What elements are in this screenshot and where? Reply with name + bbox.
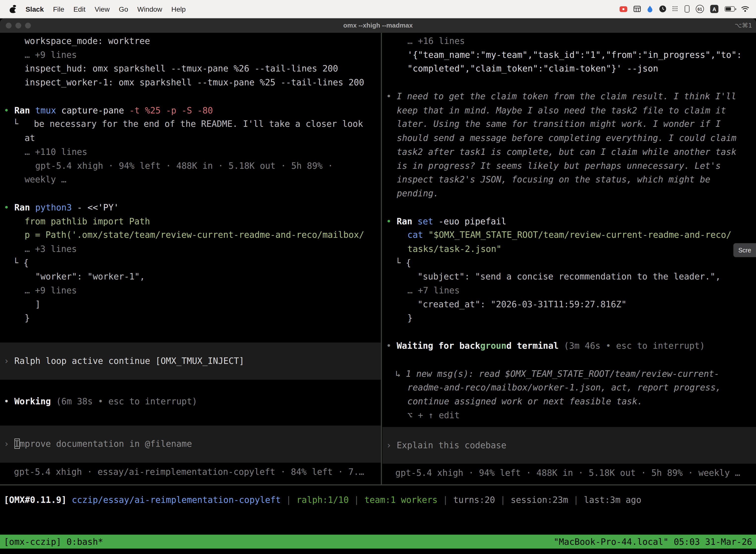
window-title-bar[interactable]: omx --xhigh --madmax ⌥⌘1 bbox=[0, 18, 756, 33]
working-status-line: • Working (6m 38s • esc to interrupt) bbox=[0, 395, 381, 408]
collapsed-lines-indicator: … +3 lines bbox=[0, 242, 381, 256]
battery-fill bbox=[726, 7, 731, 11]
text-segment: • bbox=[386, 91, 397, 102]
phone-icon[interactable] bbox=[685, 4, 689, 13]
text-segment: • bbox=[386, 341, 397, 351]
wifi-glyph bbox=[741, 6, 749, 12]
pane-divider-vertical[interactable] bbox=[381, 33, 382, 484]
text-segment: Ran bbox=[14, 105, 35, 115]
battery-icon[interactable] bbox=[725, 4, 735, 13]
text-segment: Working bbox=[14, 396, 56, 406]
menu-go[interactable]: Go bbox=[119, 5, 128, 13]
prompt-input[interactable]: › Explain this codebase bbox=[382, 427, 756, 464]
text-segment: • bbox=[4, 105, 14, 115]
tmux-pane-left[interactable]: workspace_mode: worktree… +9 linesinspec… bbox=[0, 33, 381, 484]
text-segment: | bbox=[568, 494, 584, 505]
menu-view[interactable]: View bbox=[95, 5, 110, 13]
command-result-line: gpt-5.4 xhigh · 94% left · 488K in · 5.1… bbox=[0, 159, 381, 173]
screen-notification-text: Scre bbox=[738, 246, 751, 254]
ran-command-line: • Ran set -euo pipefail bbox=[382, 214, 756, 228]
text-segment: cczip/essay/ai-reimplementation-copyleft bbox=[72, 494, 281, 505]
collapsed-lines-indicator: … +16 lines bbox=[382, 34, 756, 48]
text-segment: pending. bbox=[397, 188, 439, 198]
mailbox-notice: readme-and-reco/mailbox/worker-1.json, a… bbox=[382, 381, 756, 395]
text-segment: capture-pane bbox=[61, 105, 129, 115]
menu-window[interactable]: Window bbox=[137, 5, 162, 13]
text-segment: -euo pipefail bbox=[439, 216, 506, 226]
text-segment: groun bbox=[480, 341, 506, 351]
mailbox-notice: ↳ 1 new msg(s): read $OMX_TEAM_STATE_ROO… bbox=[382, 367, 756, 381]
battery-gauge-value: 61 bbox=[696, 5, 704, 13]
battery-gauge-icon[interactable]: 61 bbox=[696, 4, 704, 13]
active-app-name[interactable]: Slack bbox=[25, 5, 44, 13]
window-shortcut-hint: ⌥⌘1 bbox=[735, 18, 752, 33]
menu-help[interactable]: Help bbox=[171, 5, 186, 13]
terminal: workspace_mode: worktree… +9 linesinspec… bbox=[0, 33, 756, 554]
text-segment: "subject": "send a concise recommendatio… bbox=[418, 271, 720, 281]
text-segment: └ be necessary for the end of the README… bbox=[13, 119, 363, 129]
text-segment: [OMX#0.11.9] bbox=[4, 494, 72, 505]
text-segment: › bbox=[4, 356, 14, 366]
screen: Slack File Edit View Go Window Help 61 bbox=[0, 0, 756, 554]
text-segment: } bbox=[24, 313, 30, 323]
text-segment: › bbox=[4, 439, 14, 449]
text-segment: keep that in mind. Maybe I also need the… bbox=[397, 105, 726, 115]
input-source-letter: A bbox=[710, 5, 718, 13]
command-result-line: └ { bbox=[0, 256, 381, 270]
screen-recording-icon[interactable] bbox=[620, 4, 627, 13]
apple-menu-icon[interactable] bbox=[10, 5, 16, 13]
dots-grid-icon[interactable] bbox=[673, 4, 678, 13]
command-result-line: "worker": "worker-1", bbox=[0, 270, 381, 284]
collapsed-lines-indicator: … +110 lines bbox=[0, 145, 381, 159]
command-result-line: at bbox=[0, 131, 381, 145]
text-segment: … +9 lines bbox=[24, 285, 77, 295]
droplet-icon[interactable] bbox=[647, 4, 653, 13]
text-segment: I need to get the claim token from the c… bbox=[397, 91, 736, 102]
text-segment: inspect_worker-1: omx sparkshell --tmux-… bbox=[24, 77, 364, 88]
text-segment: └ { bbox=[395, 258, 411, 268]
input-source-icon[interactable]: A bbox=[710, 4, 718, 13]
wifi-icon[interactable] bbox=[741, 4, 749, 13]
text-segment: at bbox=[24, 133, 35, 143]
text-segment: p = Path('.omx/state/team/review-current… bbox=[24, 230, 364, 240]
text-segment: d terminal bbox=[506, 341, 564, 351]
text-segment: continue assigned work or next feasible … bbox=[407, 396, 643, 406]
code-line: tasks/task-2.json" bbox=[382, 242, 756, 256]
collapsed-lines-indicator: … +9 lines bbox=[0, 284, 381, 297]
menu-edit[interactable]: Edit bbox=[73, 5, 85, 13]
collapsed-lines-indicator: … +9 lines bbox=[0, 48, 381, 62]
collapsed-lines-indicator: … +7 lines bbox=[382, 284, 756, 297]
text-segment: should send a message before completing … bbox=[397, 133, 737, 143]
text-segment: readme-and-reco/mailbox/worker-1.json, a… bbox=[407, 382, 721, 392]
screen-notification[interactable]: Scre bbox=[734, 243, 756, 257]
ralph-loop-banner[interactable]: › Ralph loop active continue [OMX_TMUX_I… bbox=[0, 342, 381, 380]
text-segment: (3m 46s • esc to interrupt) bbox=[564, 341, 705, 351]
text-segment: - <<'PY' bbox=[77, 202, 119, 212]
text-segment: … +110 lines bbox=[24, 147, 87, 157]
ran-command-line: • Ran tmux capture-pane -t %25 -p -S -80 bbox=[0, 104, 381, 117]
text-segment: is in progress? It seems likely but perh… bbox=[397, 160, 721, 170]
text-segment: • bbox=[4, 202, 14, 212]
text-segment: turns:20 bbox=[453, 494, 495, 505]
table-grid-glyph bbox=[633, 6, 641, 12]
text-segment: later. Using the same for transition mig… bbox=[397, 119, 721, 129]
mailbox-notice: continue assigned work or next feasible … bbox=[382, 395, 756, 408]
menu-file[interactable]: File bbox=[53, 5, 64, 13]
table-grid-icon[interactable] bbox=[633, 4, 641, 13]
output-line: workspace_mode: worktree bbox=[0, 34, 381, 48]
tmux-session-window: [omx-cczip] 0:bash* bbox=[4, 537, 103, 547]
tmux-status-bar: [omx-cczip] 0:bash* "MacBook-Pro-44.loca… bbox=[0, 535, 756, 549]
clock-icon[interactable] bbox=[659, 4, 666, 13]
text-segment: Ran bbox=[14, 202, 35, 212]
text-segment: • bbox=[386, 216, 397, 226]
prompt-input[interactable]: › Improve documentation in @filename bbox=[0, 426, 381, 463]
text-segment: … +3 lines bbox=[24, 244, 77, 254]
thinking-line: inspect task2's JSON, focusing on the st… bbox=[382, 173, 756, 187]
text-segment: Explain this codebase bbox=[397, 440, 506, 450]
thinking-line: should send a message before completing … bbox=[382, 131, 756, 145]
menu-bar-left: Slack File Edit View Go Window Help bbox=[0, 5, 186, 13]
tmux-pane-right[interactable]: … +16 lines'{"team_name":"my-team","task… bbox=[382, 33, 756, 484]
text-segment: tmux bbox=[35, 105, 61, 115]
menu-bar-status-items: 61 A bbox=[620, 4, 756, 13]
droplet-glyph bbox=[647, 5, 653, 12]
